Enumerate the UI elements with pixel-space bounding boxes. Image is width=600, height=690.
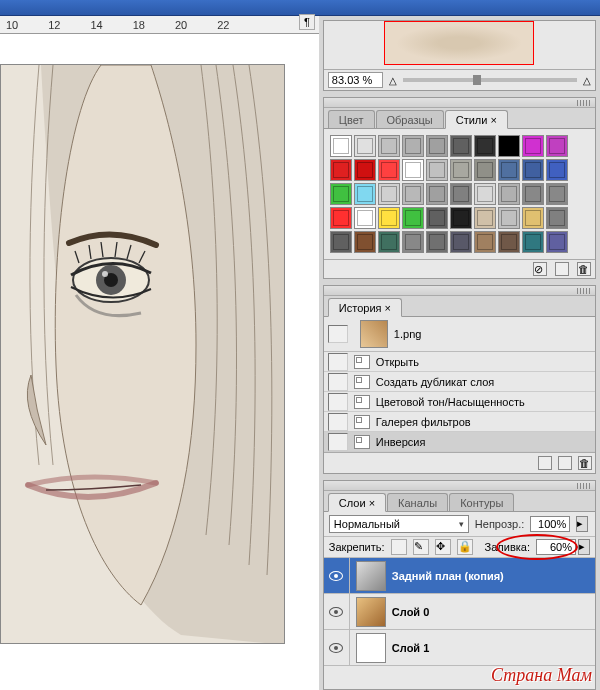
ruler-mark: 10 xyxy=(6,19,18,31)
style-swatch[interactable] xyxy=(474,159,496,181)
style-swatch[interactable] xyxy=(450,231,472,253)
style-swatch[interactable] xyxy=(378,135,400,157)
new-snapshot-icon[interactable] xyxy=(558,456,572,470)
style-swatch[interactable] xyxy=(330,135,352,157)
style-swatch[interactable] xyxy=(330,231,352,253)
visibility-toggle[interactable] xyxy=(324,630,350,666)
style-swatch[interactable] xyxy=(498,207,520,229)
style-swatch[interactable] xyxy=(330,183,352,205)
style-swatch[interactable] xyxy=(474,135,496,157)
lock-pixels-icon[interactable]: ✎ xyxy=(413,539,429,555)
style-swatch[interactable] xyxy=(474,183,496,205)
tab-color[interactable]: Цвет xyxy=(328,110,375,128)
style-swatch[interactable] xyxy=(378,183,400,205)
style-swatch[interactable] xyxy=(498,231,520,253)
style-swatch[interactable] xyxy=(402,231,424,253)
style-swatch[interactable] xyxy=(450,207,472,229)
no-style-icon[interactable]: ⊘ xyxy=(533,262,547,276)
style-swatch[interactable] xyxy=(378,231,400,253)
fill-input[interactable]: 60% xyxy=(536,539,576,555)
history-item[interactable]: Открыть xyxy=(324,352,595,372)
history-item[interactable]: Создать дубликат слоя xyxy=(324,372,595,392)
layer-row[interactable]: Слой 1 xyxy=(324,630,595,666)
tab-channels[interactable]: Каналы xyxy=(387,493,448,511)
zoom-slider[interactable] xyxy=(403,78,577,82)
style-swatch[interactable] xyxy=(426,207,448,229)
style-swatch[interactable] xyxy=(546,135,568,157)
style-swatch[interactable] xyxy=(354,183,376,205)
pilcrow-toggle[interactable]: ¶ xyxy=(299,14,315,30)
style-swatch[interactable] xyxy=(426,159,448,181)
tab-paths[interactable]: Контуры xyxy=(449,493,514,511)
create-doc-icon[interactable] xyxy=(538,456,552,470)
tab-swatches[interactable]: Образцы xyxy=(376,110,444,128)
trash-icon[interactable]: 🗑 xyxy=(578,456,592,470)
style-swatch[interactable] xyxy=(522,159,544,181)
style-swatch[interactable] xyxy=(450,183,472,205)
panel-grip[interactable] xyxy=(324,286,595,296)
layer-row[interactable]: Слой 0 xyxy=(324,594,595,630)
history-item[interactable]: Цветовой тон/Насыщенность xyxy=(324,392,595,412)
style-swatch[interactable] xyxy=(474,207,496,229)
style-swatch[interactable] xyxy=(546,183,568,205)
zoom-in-icon[interactable]: △ xyxy=(583,75,591,86)
style-swatch[interactable] xyxy=(378,207,400,229)
opacity-input[interactable]: 100% xyxy=(530,516,570,532)
tab-styles[interactable]: Стили × xyxy=(445,110,508,129)
style-swatch[interactable] xyxy=(402,207,424,229)
style-swatch[interactable] xyxy=(498,183,520,205)
style-swatch[interactable] xyxy=(498,135,520,157)
style-swatch[interactable] xyxy=(402,135,424,157)
style-swatch[interactable] xyxy=(522,183,544,205)
style-swatch[interactable] xyxy=(426,231,448,253)
style-swatch[interactable] xyxy=(330,207,352,229)
layer-row[interactable]: Задний план (копия) xyxy=(324,558,595,594)
style-swatch[interactable] xyxy=(426,135,448,157)
lock-transparency-icon[interactable] xyxy=(391,539,407,555)
fill-label: Заливка: xyxy=(485,541,530,553)
zoom-out-icon[interactable]: △ xyxy=(389,75,397,86)
style-swatch[interactable] xyxy=(354,231,376,253)
style-swatch[interactable] xyxy=(354,135,376,157)
lock-position-icon[interactable]: ✥ xyxy=(435,539,451,555)
style-swatch[interactable] xyxy=(522,231,544,253)
style-swatch[interactable] xyxy=(378,159,400,181)
fill-flyout-icon[interactable]: ▸ xyxy=(578,539,590,555)
visibility-toggle[interactable] xyxy=(324,594,350,630)
history-item[interactable]: Галерея фильтров xyxy=(324,412,595,432)
style-swatch[interactable] xyxy=(450,135,472,157)
history-item[interactable]: Инверсия xyxy=(324,432,595,452)
style-swatch[interactable] xyxy=(402,159,424,181)
opacity-flyout-icon[interactable]: ▸ xyxy=(576,516,588,532)
style-swatch[interactable] xyxy=(354,207,376,229)
style-swatch[interactable] xyxy=(450,159,472,181)
style-swatch[interactable] xyxy=(354,159,376,181)
navigator-thumb[interactable] xyxy=(384,21,534,65)
style-swatch[interactable] xyxy=(426,183,448,205)
style-swatch[interactable] xyxy=(474,231,496,253)
new-style-icon[interactable] xyxy=(555,262,569,276)
snapshot-well[interactable] xyxy=(328,325,348,343)
style-swatch[interactable] xyxy=(546,231,568,253)
layer-name: Слой 1 xyxy=(392,642,429,654)
blend-mode-select[interactable]: Нормальный▾ xyxy=(329,515,469,533)
tab-layers[interactable]: Слои × xyxy=(328,493,386,512)
panel-grip[interactable] xyxy=(324,98,595,108)
style-swatch[interactable] xyxy=(522,207,544,229)
style-swatch[interactable] xyxy=(522,135,544,157)
style-swatch[interactable] xyxy=(546,207,568,229)
style-swatch[interactable] xyxy=(498,159,520,181)
tab-history[interactable]: История × xyxy=(328,298,402,317)
style-swatch[interactable] xyxy=(546,159,568,181)
canvas-image[interactable] xyxy=(0,64,285,644)
zoom-value[interactable]: 83.03 % xyxy=(328,72,383,88)
ruler-mark: 20 xyxy=(175,19,187,31)
panel-grip[interactable] xyxy=(324,481,595,491)
trash-icon[interactable]: 🗑 xyxy=(577,262,591,276)
visibility-toggle[interactable] xyxy=(324,558,350,594)
style-swatch[interactable] xyxy=(330,159,352,181)
style-swatch[interactable] xyxy=(402,183,424,205)
history-well xyxy=(328,413,348,431)
lock-all-icon[interactable]: 🔒 xyxy=(457,539,473,555)
layers-panel: Слои × Каналы Контуры Нормальный▾ Непроз… xyxy=(323,480,596,690)
